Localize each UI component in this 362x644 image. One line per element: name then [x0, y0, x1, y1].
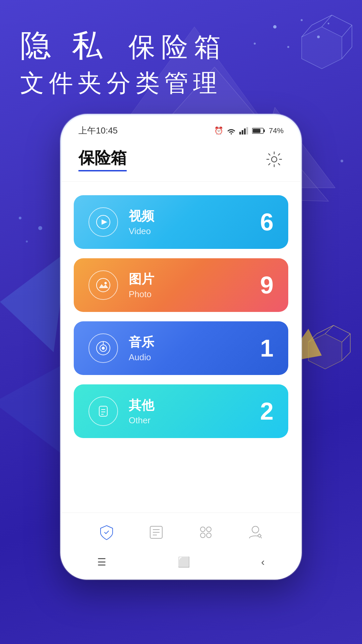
- svg-line-18: [302, 25, 312, 37]
- svg-line-29: [334, 325, 350, 334]
- svg-rect-32: [239, 132, 241, 135]
- audio-label-en: Audio: [129, 352, 260, 363]
- other-labels: 其他 Other: [129, 397, 260, 426]
- nav-apps[interactable]: [192, 522, 219, 542]
- svg-point-43: [105, 282, 107, 284]
- photo-labels: 图片 Photo: [129, 271, 260, 300]
- svg-point-6: [273, 25, 277, 29]
- settings-button[interactable]: [265, 150, 284, 169]
- svg-point-11: [254, 43, 256, 45]
- status-icons: ⏰: [214, 126, 284, 135]
- svg-point-57: [206, 527, 211, 532]
- photo-count: 9: [260, 271, 274, 299]
- svg-point-46: [102, 347, 105, 350]
- svg-point-7: [287, 46, 289, 48]
- svg-marker-4: [0, 362, 67, 453]
- nav-profile[interactable]: [242, 522, 269, 542]
- battery-percentage: 74%: [269, 126, 284, 135]
- svg-marker-16: [302, 27, 342, 69]
- video-card[interactable]: 视频 Video 6: [74, 195, 288, 249]
- svg-point-10: [328, 23, 329, 24]
- phone-frame: 上午10:45 ⏰: [60, 114, 302, 580]
- svg-point-61: [258, 534, 261, 537]
- headline-part2: 保险箱: [128, 32, 227, 62]
- svg-marker-24: [308, 334, 342, 369]
- svg-line-28: [317, 325, 334, 334]
- sys-home-button[interactable]: ⬜: [178, 557, 190, 567]
- audio-labels: 音乐 Audio: [129, 334, 260, 363]
- svg-line-27: [342, 334, 350, 342]
- other-count: 2: [260, 397, 274, 425]
- phone-screen: 上午10:45 ⏰: [62, 115, 300, 578]
- svg-point-39: [272, 157, 277, 162]
- headline-row1: 隐 私 保险箱: [20, 27, 227, 64]
- header-section: 隐 私 保险箱 文件夹分类管理: [20, 27, 227, 99]
- other-icon-circle: [88, 396, 118, 426]
- svg-line-21: [332, 15, 352, 25]
- audio-card[interactable]: 音乐 Audio 1: [74, 321, 288, 375]
- svg-rect-37: [263, 129, 265, 132]
- svg-point-42: [97, 278, 110, 292]
- svg-line-26: [308, 334, 317, 342]
- svg-point-58: [200, 533, 205, 538]
- svg-line-25: [325, 325, 334, 334]
- content-spacer: [74, 447, 288, 499]
- video-icon-circle: [88, 207, 118, 237]
- svg-rect-34: [244, 128, 246, 135]
- svg-line-23: [342, 47, 352, 59]
- video-label-zh: 视频: [129, 208, 260, 225]
- headline-part1: 隐 私: [20, 28, 109, 62]
- svg-point-56: [200, 527, 205, 532]
- photo-label-en: Photo: [129, 289, 260, 300]
- phone-mockup: 上午10:45 ⏰: [60, 114, 302, 580]
- svg-point-60: [252, 526, 259, 533]
- video-labels: 视频 Video: [129, 208, 260, 236]
- svg-line-17: [322, 15, 332, 27]
- headline-row2: 文件夹分类管理: [20, 67, 227, 99]
- svg-rect-48: [99, 406, 107, 416]
- svg-point-59: [206, 533, 211, 538]
- photo-icon-circle: [88, 270, 118, 300]
- other-card[interactable]: 其他 Other 2: [74, 384, 288, 438]
- app-header: 保险箱: [62, 141, 300, 182]
- svg-point-9: [317, 36, 320, 38]
- video-count: 6: [260, 208, 274, 236]
- status-time: 上午10:45: [78, 125, 118, 137]
- video-label-en: Video: [129, 226, 260, 236]
- audio-label-zh: 音乐: [129, 334, 260, 351]
- sys-back-button[interactable]: ‹: [261, 556, 265, 568]
- signal-icon: [239, 127, 249, 135]
- bottom-nav: [62, 513, 300, 549]
- other-label-en: Other: [129, 415, 260, 426]
- svg-line-31: [342, 352, 350, 361]
- svg-point-15: [341, 160, 343, 162]
- svg-marker-41: [102, 219, 107, 225]
- nav-safe[interactable]: [93, 522, 120, 542]
- wifi-icon: [227, 127, 236, 135]
- system-nav: ☰ ⬜ ‹: [62, 549, 300, 578]
- photo-card[interactable]: 图片 Photo 9: [74, 258, 288, 312]
- other-label-zh: 其他: [129, 397, 260, 414]
- content-area: 视频 Video 6 图片: [62, 182, 300, 513]
- svg-rect-38: [253, 129, 260, 133]
- svg-point-8: [301, 19, 303, 21]
- svg-point-12: [38, 226, 42, 230]
- audio-icon-circle: [88, 333, 118, 363]
- nav-list[interactable]: [143, 522, 170, 542]
- svg-point-14: [19, 217, 21, 219]
- svg-marker-3: [0, 252, 67, 352]
- alarm-icon: ⏰: [214, 126, 223, 135]
- svg-point-13: [26, 240, 28, 243]
- app-title: 保险箱: [78, 147, 127, 171]
- svg-rect-33: [242, 130, 243, 135]
- svg-line-19: [342, 25, 352, 37]
- photo-label-zh: 图片: [129, 271, 260, 288]
- battery-icon: [252, 127, 265, 135]
- svg-rect-35: [246, 127, 248, 135]
- audio-count: 1: [260, 334, 274, 362]
- status-bar: 上午10:45 ⏰: [62, 115, 300, 141]
- svg-line-20: [312, 15, 332, 25]
- sys-menu-button[interactable]: ☰: [97, 556, 106, 568]
